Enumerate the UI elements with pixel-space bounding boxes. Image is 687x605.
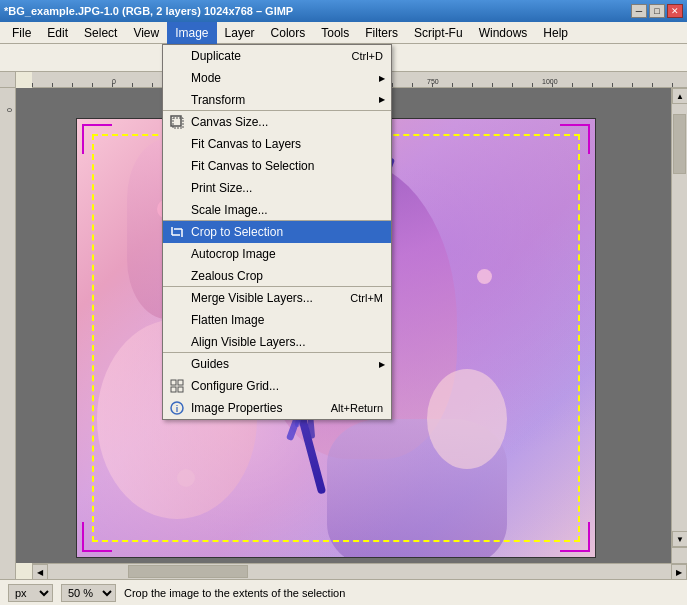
status-bar: px mm cm 50 % 100 % 25 % Crop the image … xyxy=(0,579,687,605)
image-dropdown-menu: Duplicate Ctrl+D Mode Transform Canvas S… xyxy=(162,44,392,420)
handle-br xyxy=(560,522,590,552)
menu-script-fu[interactable]: Script-Fu xyxy=(406,22,471,44)
maximize-button[interactable]: □ xyxy=(649,4,665,18)
menu-image[interactable]: Image xyxy=(167,22,216,44)
menu-select[interactable]: Select xyxy=(76,22,125,44)
scroll-left-button[interactable]: ◀ xyxy=(32,564,48,580)
svg-rect-7 xyxy=(178,380,183,385)
svg-rect-6 xyxy=(171,380,176,385)
menu-edit[interactable]: Edit xyxy=(39,22,76,44)
menu-tools[interactable]: Tools xyxy=(313,22,357,44)
menu-item-flatten[interactable]: Flatten Image xyxy=(163,309,391,331)
canvas-size-icon xyxy=(167,115,187,129)
ruler-left: 0 xyxy=(0,88,16,579)
ruler-corner xyxy=(0,72,16,88)
menu-item-canvas-size[interactable]: Canvas Size... xyxy=(163,111,391,133)
svg-rect-8 xyxy=(171,387,176,392)
menu-colors[interactable]: Colors xyxy=(263,22,314,44)
menu-bar: File Edit Select View Image Layer Colors… xyxy=(0,22,687,44)
zoom-control[interactable]: 50 % 100 % 25 % xyxy=(61,584,116,602)
scroll-right-button[interactable]: ▶ xyxy=(671,564,687,580)
minimize-button[interactable]: ─ xyxy=(631,4,647,18)
menu-item-transform[interactable]: Transform xyxy=(163,89,391,111)
menu-item-duplicate[interactable]: Duplicate Ctrl+D xyxy=(163,45,391,67)
svg-rect-9 xyxy=(178,387,183,392)
scroll-thumb-h[interactable] xyxy=(128,565,248,578)
menu-layer[interactable]: Layer xyxy=(217,22,263,44)
menu-item-guides[interactable]: Guides xyxy=(163,353,391,375)
menu-help[interactable]: Help xyxy=(535,22,576,44)
handle-bl xyxy=(82,522,112,552)
svg-text:i: i xyxy=(176,404,179,414)
menu-windows[interactable]: Windows xyxy=(471,22,536,44)
menu-item-print-size[interactable]: Print Size... xyxy=(163,177,391,199)
zoom-dropdown[interactable]: 50 % 100 % 25 % xyxy=(61,584,116,602)
status-message: Crop the image to the extents of the sel… xyxy=(124,587,345,599)
menu-file[interactable]: File xyxy=(4,22,39,44)
unit-dropdown[interactable]: px mm cm xyxy=(8,584,53,602)
menu-item-configure-grid[interactable]: Configure Grid... xyxy=(163,375,391,397)
window-title: *BG_example.JPG-1.0 (RGB, 2 layers) 1024… xyxy=(4,5,293,17)
menu-item-merge-visible[interactable]: Merge Visible Layers... Ctrl+M xyxy=(163,287,391,309)
close-button[interactable]: ✕ xyxy=(667,4,683,18)
scrollbar-vertical[interactable]: ▲ ▼ xyxy=(671,88,687,563)
unit-selector[interactable]: px mm cm xyxy=(8,584,53,602)
scroll-track-v[interactable] xyxy=(672,104,687,531)
scroll-track-h[interactable] xyxy=(48,564,671,579)
scrollbar-horizontal[interactable]: ◀ ▶ xyxy=(32,563,687,579)
scroll-up-button[interactable]: ▲ xyxy=(672,88,687,104)
scroll-thumb-v[interactable] xyxy=(673,114,686,174)
menu-item-scale-image[interactable]: Scale Image... xyxy=(163,199,391,221)
grid-icon xyxy=(167,379,187,393)
scroll-down-button[interactable]: ▼ xyxy=(672,531,687,547)
handle-tr xyxy=(560,124,590,154)
menu-item-zealous-crop[interactable]: Zealous Crop xyxy=(163,265,391,287)
info-icon: i xyxy=(167,401,187,415)
handle-tl xyxy=(82,124,112,154)
menu-item-image-properties[interactable]: i Image Properties Alt+Return xyxy=(163,397,391,419)
menu-item-autocrop[interactable]: Autocrop Image xyxy=(163,243,391,265)
menu-view[interactable]: View xyxy=(125,22,167,44)
title-bar: *BG_example.JPG-1.0 (RGB, 2 layers) 1024… xyxy=(0,0,687,22)
menu-item-fit-canvas-selection[interactable]: Fit Canvas to Selection xyxy=(163,155,391,177)
menu-item-crop-to-selection[interactable]: Crop to Selection xyxy=(163,221,391,243)
menu-item-fit-canvas-layers[interactable]: Fit Canvas to Layers xyxy=(163,133,391,155)
menu-item-align-visible[interactable]: Align Visible Layers... xyxy=(163,331,391,353)
menu-item-mode[interactable]: Mode xyxy=(163,67,391,89)
crop-icon xyxy=(167,225,187,239)
window-controls: ─ □ ✕ xyxy=(631,4,683,18)
menu-filters[interactable]: Filters xyxy=(357,22,406,44)
